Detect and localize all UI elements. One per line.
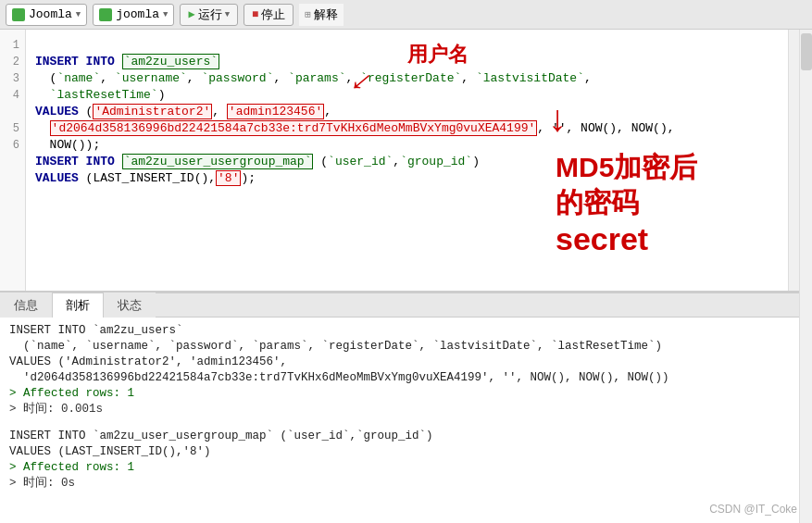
stop-label: 停止 [261,6,285,23]
db-arrow-icon: ▼ [163,10,168,19]
output-area[interactable]: INSERT INTO `am2zu_users` (`name`, `user… [0,318,799,523]
line-numbers: 1 2 3 4 5 6 [0,30,26,291]
output-line-6: VALUES (LAST_INSERT_ID(),'8') [9,444,790,460]
output-line-5: INSERT INTO `am2zu_user_usergroup_map` (… [9,429,790,444]
explain-button[interactable]: ⊞ 解释 [299,4,344,26]
run-arrow-icon: ▼ [225,10,230,19]
tab-analysis[interactable]: 剖析 [52,293,104,318]
output-affected-1: > Affected rows: 1 [9,386,790,402]
main-area: 1 2 3 4 5 6 INSERT INTO `am2zu_users` (`… [0,30,812,523]
run-button[interactable]: ▶ 运行 ▼ [180,4,238,26]
tabs-bar: 信息 剖析 状态 [0,293,799,318]
output-line-2: (`name`, `username`, `password`, `params… [9,339,790,355]
joomla-icon [12,8,25,21]
output-affected-2: > Affected rows: 1 [9,460,790,476]
explain-label: 解释 [314,6,338,23]
output-time-2: > 时间: 0s [9,476,790,492]
joomla-arrow-icon: ▼ [76,10,81,19]
db-label: joomla [116,7,159,21]
watermark: CSDN @IT_Coke [709,503,797,516]
toolbar: Joomla ▼ joomla ▼ ▶ 运行 ▼ ■ 停止 ⊞ 解释 [0,0,812,30]
joomla-label: Joomla [29,7,72,21]
sql-editor: 1 2 3 4 5 6 INSERT INTO `am2zu_users` (`… [0,30,799,292]
tab-status[interactable]: 状态 [104,293,156,318]
code-content[interactable]: INSERT INTO `am2zu_users` (`name`, `user… [26,30,799,291]
db-icon [99,8,112,21]
bottom-panel: 信息 剖析 状态 INSERT INTO `am2zu_users` (`nam… [0,292,799,523]
tab-info[interactable]: 信息 [0,293,52,318]
output-line-4: 'd2064d358136996bd22421584a7cb33e:trd7Tv… [9,370,790,386]
main-scrollbar[interactable] [799,30,812,523]
scrollbar-thumb[interactable] [801,33,812,70]
play-icon: ▶ [188,7,194,21]
explain-icon: ⊞ [305,8,311,20]
db-dropdown[interactable]: joomla ▼ [93,4,174,26]
output-line-3: VALUES ('Administrator2', 'admin123456', [9,355,790,370]
run-label: 运行 [198,6,222,23]
editor-scrollbar[interactable] [788,30,799,291]
stop-button[interactable]: ■ 停止 [244,4,294,26]
stop-icon: ■ [252,8,258,21]
output-line-1: INSERT INTO `am2zu_users` [9,323,790,339]
output-spacer [9,417,790,429]
joomla-dropdown[interactable]: Joomla ▼ [6,4,87,26]
output-time-1: > 时间: 0.001s [9,402,790,417]
